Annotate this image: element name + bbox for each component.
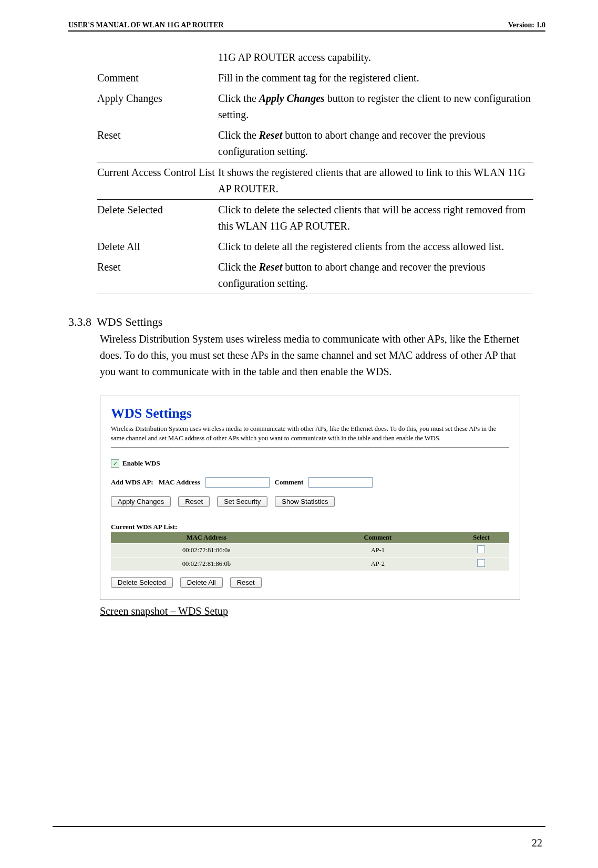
- figure-caption: Screen snapshot – WDS Setup: [100, 605, 545, 617]
- def-text: Click the Reset button to abort change a…: [218, 125, 533, 162]
- section-body: Wireless Distribution System uses wirele…: [100, 331, 531, 380]
- def-text: Fill in the comment tag for the register…: [218, 68, 533, 88]
- table-row: 00:02:72:81:86:0aAP-1: [111, 544, 509, 557]
- section-title: WDS Settings: [97, 315, 162, 329]
- def-label: Delete All: [97, 236, 218, 257]
- enable-wds-checkbox[interactable]: ✓: [111, 459, 119, 468]
- row-select-checkbox[interactable]: [477, 545, 485, 553]
- cell-mac: 00:02:72:81:86:0a: [111, 544, 302, 557]
- col-comment: Comment: [302, 532, 453, 544]
- cell-mac: 00:02:72:81:86:0b: [111, 557, 302, 571]
- def-text: Click the Reset button to abort change a…: [218, 257, 533, 294]
- set-security-button[interactable]: Set Security: [217, 496, 267, 507]
- wds-ap-table: MAC Address Comment Select 00:02:72:81:8…: [111, 532, 509, 571]
- def-label: Reset: [97, 257, 218, 294]
- apply-changes-button[interactable]: Apply Changes: [111, 496, 171, 507]
- table-row: 00:02:72:81:86:0bAP-2: [111, 557, 509, 571]
- cell-comment: AP-1: [302, 544, 453, 557]
- def-label: Delete Selected: [97, 200, 218, 237]
- wds-settings-panel: WDS Settings Wireless Distribution Syste…: [100, 396, 520, 600]
- def-label: Current Access Control List: [97, 162, 218, 200]
- def-label: Apply Changes: [97, 88, 218, 125]
- def-text: 11G AP ROUTER access capability.: [218, 47, 533, 68]
- section-heading: 3.3.8 WDS Settings: [68, 315, 545, 329]
- mac-address-label: MAC Address: [159, 478, 200, 487]
- cell-select: [453, 544, 509, 557]
- section-number: 3.3.8: [68, 315, 91, 329]
- add-wds-label: Add WDS AP:: [111, 478, 153, 487]
- definition-table: 11G AP ROUTER access capability.CommentF…: [97, 47, 533, 294]
- col-mac: MAC Address: [111, 532, 302, 544]
- comment-input[interactable]: [308, 477, 373, 488]
- comment-label: Comment: [275, 478, 304, 487]
- header-rule: [68, 30, 545, 32]
- delete-selected-button[interactable]: Delete Selected: [111, 577, 173, 588]
- cell-comment: AP-2: [302, 557, 453, 571]
- panel-button-row-1: Apply Changes Reset Set Security Show St…: [111, 496, 509, 507]
- col-select: Select: [453, 532, 509, 544]
- def-text: Click the Apply Changes button to regist…: [218, 88, 533, 125]
- mac-address-input[interactable]: [205, 477, 270, 488]
- header-right: Version: 1.0: [508, 21, 545, 29]
- enable-wds-label: Enable WDS: [122, 459, 160, 468]
- panel-title: WDS Settings: [111, 406, 509, 421]
- def-text: Click to delete all the registered clien…: [218, 236, 533, 257]
- panel-description: Wireless Distribution System uses wirele…: [111, 425, 509, 448]
- reset-button-2[interactable]: Reset: [230, 577, 262, 588]
- footer-rule: [53, 826, 545, 827]
- row-select-checkbox[interactable]: [477, 559, 485, 567]
- enable-wds-row: ✓ Enable WDS: [111, 459, 509, 468]
- def-label: Comment: [97, 68, 218, 88]
- def-text: It shows the registered clients that are…: [218, 162, 533, 200]
- def-label: Reset: [97, 125, 218, 162]
- delete-all-button[interactable]: Delete All: [180, 577, 223, 588]
- page-number: 22: [532, 837, 542, 849]
- show-statistics-button[interactable]: Show Statistics: [275, 496, 335, 507]
- add-wds-row: Add WDS AP: MAC Address Comment: [111, 477, 509, 488]
- reset-button[interactable]: Reset: [178, 496, 210, 507]
- cell-select: [453, 557, 509, 571]
- panel-button-row-2: Delete Selected Delete All Reset: [111, 577, 509, 588]
- wds-list-title: Current WDS AP List:: [111, 523, 509, 531]
- header-left: USER'S MANUAL OF WLAN 11G AP ROUTER: [68, 21, 224, 29]
- def-label: [97, 47, 218, 68]
- def-text: Click to delete the selected clients tha…: [218, 200, 533, 237]
